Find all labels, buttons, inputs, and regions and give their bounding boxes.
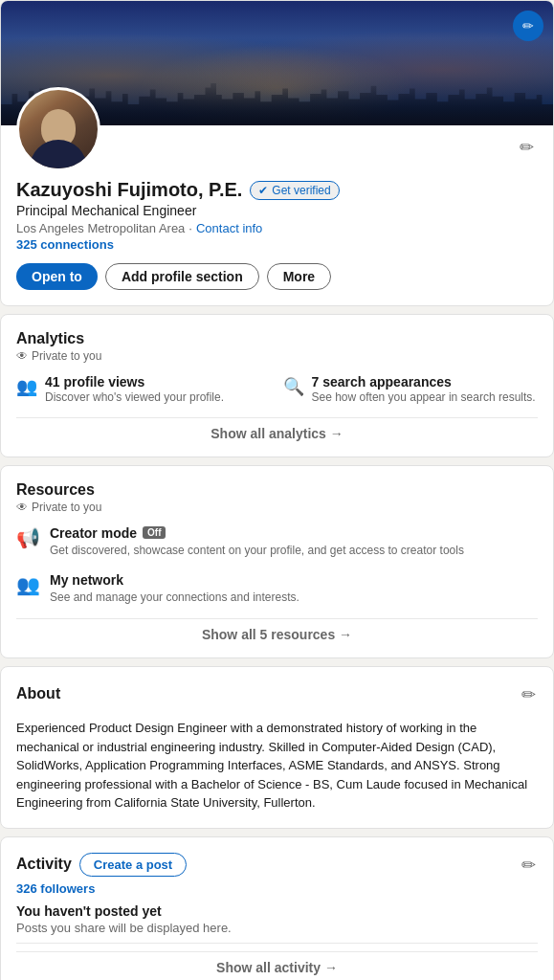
search-count: 7 search appearances	[312, 374, 536, 390]
network-icon: 👥	[16, 573, 40, 596]
eye-icon-resources: 👁	[16, 501, 28, 514]
analytics-private-label: 👁 Private to you	[16, 349, 538, 363]
about-text: Experienced Product Design Engineer with…	[16, 719, 538, 813]
creator-mode-desc: Get discovered, showcase content on your…	[50, 543, 464, 559]
analytics-card: Analytics 👁 Private to you 👥 41 profile …	[0, 314, 554, 457]
creator-mode-label: Creator mode	[50, 525, 137, 541]
avatar-container	[16, 87, 100, 171]
edit-profile-button[interactable]: ✏	[516, 133, 538, 162]
profile-location: Los Angeles Metropolitan Area · Contact …	[16, 221, 538, 235]
creator-mode-item: 📢 Creator mode Off Get discovered, showc…	[16, 525, 538, 559]
about-title: About	[16, 685, 60, 702]
edit-about-button[interactable]: ✏	[520, 682, 538, 707]
profile-card: ✏ ✏ Kazuyoshi Fujimoto, P.E. ✔ Get verif…	[0, 0, 554, 306]
activity-header: Activity Create a post ✏	[16, 853, 538, 878]
analytics-title: Analytics	[16, 330, 538, 347]
my-network-item: 👥 My network See and manage your connect…	[16, 572, 538, 606]
about-card: About ✏ Experienced Product Design Engin…	[0, 666, 554, 829]
profile-views-item: 👥 41 profile views Discover who's viewed…	[16, 374, 272, 406]
avatar	[16, 87, 100, 171]
verified-label: Get verified	[272, 184, 330, 197]
show-all-activity-link[interactable]: Show all activity →	[16, 951, 538, 975]
contact-info-link[interactable]: Contact info	[196, 221, 262, 235]
profile-views-desc: Discover who's viewed your profile.	[45, 390, 224, 406]
connections-link[interactable]: 325 connections	[16, 237, 538, 252]
more-button[interactable]: More	[267, 263, 331, 290]
location-text: Los Angeles Metropolitan Area	[16, 221, 185, 235]
create-post-button[interactable]: Create a post	[79, 853, 187, 877]
show-all-analytics-link[interactable]: Show all analytics →	[16, 417, 538, 441]
analytics-grid: 👥 41 profile views Discover who's viewed…	[16, 374, 538, 406]
get-verified-button[interactable]: ✔ Get verified	[250, 181, 339, 200]
not-posted-title: You haven't posted yet	[16, 903, 538, 919]
activity-card: Activity Create a post ✏ 326 followers Y…	[0, 836, 554, 980]
profile-name: Kazuyoshi Fujimoto, P.E.	[16, 179, 242, 201]
my-network-desc: See and manage your connections and inte…	[50, 590, 299, 606]
edit-activity-button[interactable]: ✏	[520, 853, 538, 878]
creator-mode-icon: 📢	[16, 526, 40, 549]
creator-mode-badge: Off	[143, 526, 166, 539]
search-appearances-item: 🔍 7 search appearances See how often you…	[283, 374, 539, 406]
resources-card: Resources 👁 Private to you 📢 Creator mod…	[0, 465, 554, 659]
activity-divider	[16, 943, 538, 944]
about-header: About ✏	[16, 682, 538, 707]
resources-private-label: 👁 Private to you	[16, 501, 538, 514]
resources-title: Resources	[16, 481, 538, 499]
profile-headline: Principal Mechanical Engineer	[16, 203, 538, 218]
search-desc: See how often you appear in search resul…	[312, 390, 536, 406]
profile-views-count: 41 profile views	[45, 374, 224, 390]
eye-icon: 👁	[16, 349, 28, 363]
profile-views-icon: 👥	[16, 376, 37, 397]
activity-title: Activity	[16, 856, 72, 873]
verified-icon: ✔	[258, 184, 268, 197]
profile-name-row: Kazuyoshi Fujimoto, P.E. ✔ Get verified	[16, 179, 538, 201]
profile-info: ✏ Kazuyoshi Fujimoto, P.E. ✔ Get verifie…	[1, 125, 553, 305]
my-network-label: My network	[50, 572, 299, 588]
dot-separator: ·	[188, 221, 192, 235]
show-all-resources-link[interactable]: Show all 5 resources →	[16, 618, 538, 642]
profile-actions: Open to Add profile section More	[16, 263, 538, 290]
add-profile-section-button[interactable]: Add profile section	[105, 263, 259, 290]
not-posted-desc: Posts you share will be displayed here.	[16, 921, 538, 935]
followers-link[interactable]: 326 followers	[16, 881, 538, 896]
search-icon: 🔍	[283, 376, 304, 397]
open-to-button[interactable]: Open to	[16, 263, 98, 290]
edit-cover-button[interactable]: ✏	[513, 11, 543, 41]
